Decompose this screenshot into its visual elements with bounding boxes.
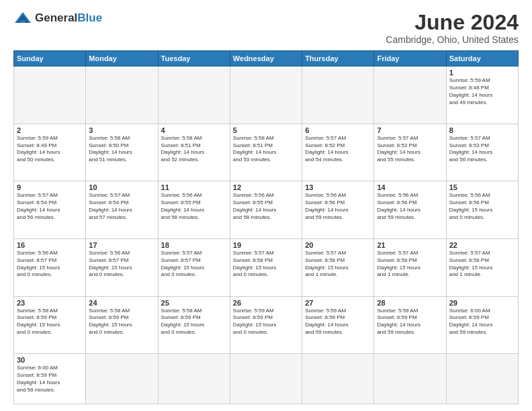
day-number: 30 bbox=[17, 356, 83, 364]
day-info: Sunrise: 5:57 AM Sunset: 8:58 PM Dayligh… bbox=[377, 250, 443, 279]
calendar-cell bbox=[230, 354, 302, 404]
weekday-header-row: Sunday Monday Tuesday Wednesday Thursday… bbox=[14, 51, 519, 66]
day-info: Sunrise: 5:56 AM Sunset: 8:56 PM Dayligh… bbox=[377, 192, 443, 221]
day-number: 4 bbox=[161, 126, 227, 134]
calendar-cell: 20Sunrise: 5:57 AM Sunset: 8:58 PM Dayli… bbox=[302, 239, 374, 297]
day-number: 6 bbox=[305, 126, 371, 134]
calendar-cell bbox=[446, 354, 518, 404]
day-number: 27 bbox=[305, 299, 371, 307]
day-number: 18 bbox=[161, 241, 227, 249]
calendar-cell: 12Sunrise: 5:56 AM Sunset: 8:55 PM Dayli… bbox=[230, 181, 302, 239]
day-info: Sunrise: 5:59 AM Sunset: 8:59 PM Dayligh… bbox=[233, 308, 299, 336]
month-title: June 2024 bbox=[386, 11, 519, 34]
day-info: Sunrise: 5:56 AM Sunset: 8:56 PM Dayligh… bbox=[449, 192, 515, 221]
day-number: 14 bbox=[377, 183, 443, 191]
page: GeneralBlue June 2024 Cambridge, Ohio, U… bbox=[0, 0, 532, 411]
calendar-cell: 15Sunrise: 5:56 AM Sunset: 8:56 PM Dayli… bbox=[446, 181, 518, 239]
calendar-cell: 1Sunrise: 5:59 AM Sunset: 8:48 PM Daylig… bbox=[446, 66, 518, 124]
day-info: Sunrise: 5:57 AM Sunset: 8:52 PM Dayligh… bbox=[305, 135, 371, 164]
calendar-cell: 10Sunrise: 5:57 AM Sunset: 8:54 PM Dayli… bbox=[86, 181, 158, 239]
calendar-cell: 29Sunrise: 6:00 AM Sunset: 8:59 PM Dayli… bbox=[446, 296, 518, 354]
day-info: Sunrise: 5:56 AM Sunset: 8:57 PM Dayligh… bbox=[89, 250, 154, 279]
calendar-cell: 22Sunrise: 5:57 AM Sunset: 8:58 PM Dayli… bbox=[446, 239, 518, 297]
calendar-cell: 21Sunrise: 5:57 AM Sunset: 8:58 PM Dayli… bbox=[374, 239, 446, 297]
calendar-cell: 26Sunrise: 5:59 AM Sunset: 8:59 PM Dayli… bbox=[230, 296, 302, 354]
calendar-week-row: 1Sunrise: 5:59 AM Sunset: 8:48 PM Daylig… bbox=[14, 66, 519, 124]
day-number: 26 bbox=[233, 299, 299, 307]
day-info: Sunrise: 5:58 AM Sunset: 8:51 PM Dayligh… bbox=[233, 135, 299, 164]
svg-rect-2 bbox=[20, 20, 26, 23]
day-info: Sunrise: 5:59 AM Sunset: 8:48 PM Dayligh… bbox=[449, 77, 515, 106]
day-number: 21 bbox=[377, 241, 443, 249]
header-monday: Monday bbox=[86, 51, 158, 66]
day-number: 11 bbox=[161, 183, 227, 191]
calendar-cell: 23Sunrise: 5:58 AM Sunset: 8:59 PM Dayli… bbox=[14, 296, 86, 354]
header-sunday: Sunday bbox=[14, 51, 86, 66]
calendar-cell bbox=[86, 354, 158, 404]
day-number: 2 bbox=[17, 126, 83, 134]
calendar-cell bbox=[302, 66, 374, 124]
calendar-week-row: 16Sunrise: 5:56 AM Sunset: 8:57 PM Dayli… bbox=[14, 239, 519, 297]
calendar-cell: 28Sunrise: 5:59 AM Sunset: 8:59 PM Dayli… bbox=[374, 296, 446, 354]
calendar-cell: 16Sunrise: 5:56 AM Sunset: 8:57 PM Dayli… bbox=[14, 239, 86, 297]
day-info: Sunrise: 5:57 AM Sunset: 8:57 PM Dayligh… bbox=[161, 250, 227, 279]
day-info: Sunrise: 5:59 AM Sunset: 8:59 PM Dayligh… bbox=[305, 308, 371, 336]
calendar-cell bbox=[374, 354, 446, 404]
day-number: 19 bbox=[233, 241, 299, 249]
day-number: 10 bbox=[89, 183, 154, 191]
day-info: Sunrise: 5:56 AM Sunset: 8:57 PM Dayligh… bbox=[17, 250, 83, 279]
calendar-cell bbox=[158, 354, 230, 404]
day-number: 8 bbox=[449, 126, 515, 134]
day-info: Sunrise: 5:57 AM Sunset: 8:53 PM Dayligh… bbox=[449, 135, 515, 164]
calendar-cell: 3Sunrise: 5:58 AM Sunset: 8:50 PM Daylig… bbox=[86, 124, 158, 181]
calendar-cell: 24Sunrise: 5:58 AM Sunset: 8:59 PM Dayli… bbox=[86, 296, 158, 354]
day-info: Sunrise: 5:58 AM Sunset: 8:50 PM Dayligh… bbox=[89, 135, 154, 164]
calendar-cell: 5Sunrise: 5:58 AM Sunset: 8:51 PM Daylig… bbox=[230, 124, 302, 181]
calendar-cell: 27Sunrise: 5:59 AM Sunset: 8:59 PM Dayli… bbox=[302, 296, 374, 354]
day-info: Sunrise: 6:00 AM Sunset: 8:59 PM Dayligh… bbox=[17, 365, 83, 394]
calendar-cell: 11Sunrise: 5:56 AM Sunset: 8:55 PM Dayli… bbox=[158, 181, 230, 239]
day-info: Sunrise: 5:57 AM Sunset: 8:52 PM Dayligh… bbox=[377, 135, 443, 164]
header: GeneralBlue June 2024 Cambridge, Ohio, U… bbox=[13, 11, 519, 45]
day-info: Sunrise: 5:57 AM Sunset: 8:54 PM Dayligh… bbox=[17, 192, 83, 221]
calendar-cell: 18Sunrise: 5:57 AM Sunset: 8:57 PM Dayli… bbox=[158, 239, 230, 297]
calendar-cell: 6Sunrise: 5:57 AM Sunset: 8:52 PM Daylig… bbox=[302, 124, 374, 181]
logo-text: GeneralBlue bbox=[35, 11, 102, 25]
calendar-cell bbox=[158, 66, 230, 124]
day-info: Sunrise: 5:58 AM Sunset: 8:51 PM Dayligh… bbox=[161, 135, 227, 164]
location: Cambridge, Ohio, United States bbox=[386, 34, 519, 45]
day-info: Sunrise: 5:58 AM Sunset: 8:59 PM Dayligh… bbox=[89, 308, 154, 336]
day-number: 20 bbox=[305, 241, 371, 249]
calendar-cell: 17Sunrise: 5:56 AM Sunset: 8:57 PM Dayli… bbox=[86, 239, 158, 297]
day-number: 15 bbox=[449, 183, 515, 191]
title-area: June 2024 Cambridge, Ohio, United States bbox=[386, 11, 519, 45]
header-wednesday: Wednesday bbox=[230, 51, 302, 66]
day-number: 28 bbox=[377, 299, 443, 307]
calendar-cell bbox=[302, 354, 374, 404]
header-thursday: Thursday bbox=[302, 51, 374, 66]
calendar-cell bbox=[14, 66, 86, 124]
calendar-week-row: 2Sunrise: 5:59 AM Sunset: 8:49 PM Daylig… bbox=[14, 124, 519, 181]
day-number: 3 bbox=[89, 126, 154, 134]
calendar-week-row: 23Sunrise: 5:58 AM Sunset: 8:59 PM Dayli… bbox=[14, 296, 519, 354]
calendar-cell: 19Sunrise: 5:57 AM Sunset: 8:58 PM Dayli… bbox=[230, 239, 302, 297]
day-number: 13 bbox=[305, 183, 371, 191]
day-number: 5 bbox=[233, 126, 299, 134]
logo: GeneralBlue bbox=[13, 11, 102, 26]
day-info: Sunrise: 5:58 AM Sunset: 8:59 PM Dayligh… bbox=[161, 308, 227, 336]
day-number: 9 bbox=[17, 183, 83, 191]
day-info: Sunrise: 5:59 AM Sunset: 8:59 PM Dayligh… bbox=[377, 308, 443, 336]
day-number: 17 bbox=[89, 241, 154, 249]
calendar-table: Sunday Monday Tuesday Wednesday Thursday… bbox=[13, 50, 519, 404]
calendar-week-row: 9Sunrise: 5:57 AM Sunset: 8:54 PM Daylig… bbox=[14, 181, 519, 239]
logo-icon bbox=[13, 11, 32, 26]
day-number: 22 bbox=[449, 241, 515, 249]
day-info: Sunrise: 5:57 AM Sunset: 8:58 PM Dayligh… bbox=[449, 250, 515, 279]
calendar-cell: 8Sunrise: 5:57 AM Sunset: 8:53 PM Daylig… bbox=[446, 124, 518, 181]
calendar-cell: 30Sunrise: 6:00 AM Sunset: 8:59 PM Dayli… bbox=[14, 354, 86, 404]
calendar-cell: 13Sunrise: 5:56 AM Sunset: 8:56 PM Dayli… bbox=[302, 181, 374, 239]
calendar-week-row: 30Sunrise: 6:00 AM Sunset: 8:59 PM Dayli… bbox=[14, 354, 519, 404]
day-info: Sunrise: 5:56 AM Sunset: 8:56 PM Dayligh… bbox=[305, 192, 371, 221]
day-info: Sunrise: 5:59 AM Sunset: 8:49 PM Dayligh… bbox=[17, 135, 83, 164]
day-number: 1 bbox=[449, 68, 515, 77]
